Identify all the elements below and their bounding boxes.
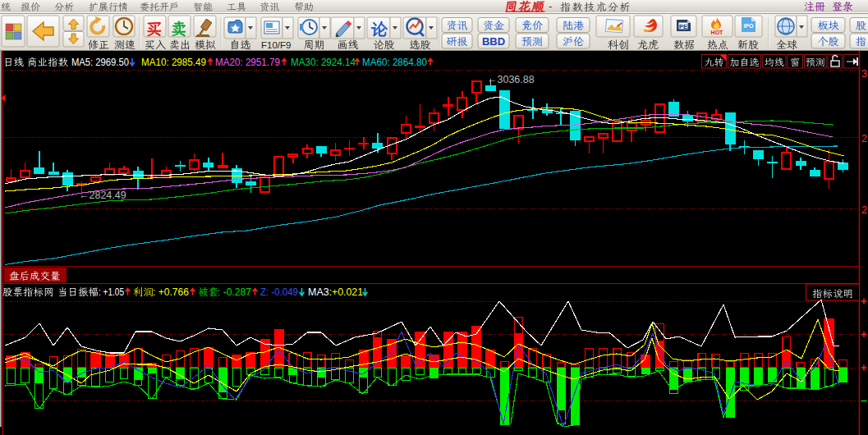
svg-text:BBD: BBD: [482, 35, 505, 48]
svg-text:IPO: IPO: [743, 23, 754, 29]
svg-text:MA20: 2951.79: MA20: 2951.79: [215, 57, 280, 68]
svg-text:MA30: 2924.14: MA30: 2924.14: [291, 57, 356, 68]
svg-text:Z: -0.049: Z: -0.049: [260, 286, 298, 298]
svg-text:3: 3: [861, 68, 867, 80]
svg-text:MA60: 2864.80: MA60: 2864.80: [362, 57, 427, 68]
svg-text:F10/F9: F10/F9: [261, 40, 291, 50]
svg-text:MA3:: MA3:: [308, 286, 332, 298]
svg-text:MA10: 2985.49: MA10: 2985.49: [141, 57, 206, 68]
svg-text:MA5: 2969.50: MA5: 2969.50: [71, 57, 129, 68]
svg-text:←2824.49: ←2824.49: [79, 190, 126, 201]
svg-text:: +0.766: : +0.766: [153, 286, 189, 298]
svg-text:: -0.287: : -0.287: [218, 286, 251, 298]
svg-text:: +1.05: : +1.05: [99, 286, 124, 298]
svg-text:2: 2: [861, 133, 867, 144]
svg-text:2: 2: [861, 204, 867, 216]
svg-text:←3036.88: ←3036.88: [487, 74, 535, 85]
svg-text:HOT: HOT: [711, 30, 724, 35]
svg-text:+0.021: +0.021: [332, 286, 363, 298]
svg-text:PE: PE: [679, 23, 687, 30]
svg-text:-: -: [549, 0, 552, 12]
